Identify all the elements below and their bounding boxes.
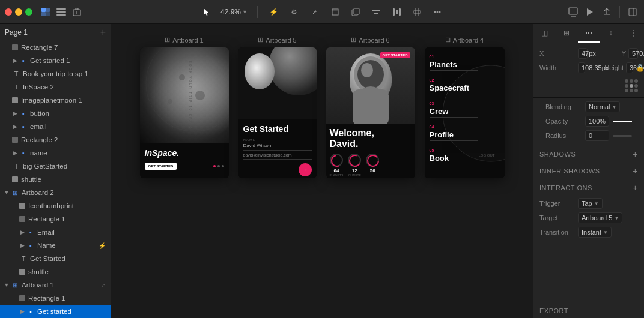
tree-item-big-getstarted[interactable]: T big GetStarted — [0, 160, 111, 173]
radius-label: Radius — [545, 132, 582, 139]
tree-label: Book your trip to sp 1 — [23, 70, 88, 77]
tree-item-get-started-1[interactable]: ▶ ▪ Get started 1 — [0, 54, 111, 67]
tree-item-name-2[interactable]: ▶ ▪ Name ⚡ — [0, 239, 111, 252]
play-btn[interactable] — [583, 5, 597, 19]
artboard-4-container: ⊞ Artboard 4 01 Planets — [425, 36, 505, 178]
add-shadow-button[interactable]: + — [633, 149, 638, 159]
lock-icon[interactable]: 🔒 — [636, 64, 644, 72]
more-tool[interactable] — [431, 5, 444, 19]
tree-item-book[interactable]: T Book your trip to sp 1 — [0, 67, 111, 80]
svg-rect-27 — [629, 8, 636, 16]
artboard-1[interactable]: BOOK YOUR TRIP TO SPACE InSpace. GET STA… — [140, 47, 229, 178]
ab1-cta-btn: GET STARTED — [145, 163, 177, 170]
distribute-tool[interactable] — [410, 5, 424, 19]
inner-shadows-header: INNER SHADOWS + — [533, 163, 644, 179]
zoom-display[interactable]: 42.9% ▼ — [220, 8, 248, 16]
artboard-label-icon: ⊞ — [445, 36, 451, 44]
opacity-input[interactable]: 100% — [585, 116, 609, 127]
export-screens-btn[interactable] — [567, 5, 580, 19]
align-tool-1[interactable] — [369, 5, 383, 19]
opacity-slider[interactable] — [613, 121, 632, 122]
tree-label: Name — [37, 242, 56, 249]
separator-1 — [257, 6, 258, 18]
trigger-dropdown[interactable]: Tap ▼ — [578, 198, 603, 209]
trigger-row: Trigger Tap ▼ — [533, 196, 644, 211]
tree-item-imageplanetmoon[interactable]: Imageplanetmoon 1 — [0, 94, 111, 107]
tree-item-artboard-2[interactable]: ▼ ⊞ Artboard 2 — [0, 186, 111, 199]
add-inner-shadow-button[interactable]: + — [633, 166, 638, 176]
svg-rect-13 — [354, 8, 359, 14]
blending-dropdown[interactable]: Normal ▼ — [585, 101, 620, 112]
align-tool-2[interactable] — [390, 5, 403, 19]
tree-item-artboard-1[interactable]: ▼ ⊞ Artboard 1 ⌂ — [0, 278, 111, 292]
add-interaction-button[interactable]: + — [633, 183, 638, 193]
minimize-button[interactable] — [15, 8, 22, 16]
chevron-down-icon: ▼ — [594, 201, 599, 206]
tree-item-get-started-ab1[interactable]: ▶ ▪ Get started — [0, 305, 111, 318]
tab-arrange[interactable]: ↕ — [600, 24, 622, 43]
lightning-tool[interactable]: ⚡ — [267, 5, 281, 19]
dot-bc — [630, 89, 633, 92]
tab-design[interactable]: ◫ — [533, 24, 556, 43]
artboard-6[interactable]: GET STARTED Welcome, David. — [326, 47, 415, 178]
ab5-name-label: NAME — [243, 138, 312, 142]
copy-tool[interactable] — [349, 5, 362, 19]
svg-point-22 — [434, 11, 436, 13]
ab5-email-value: david@invisionstudio.com — [243, 153, 312, 160]
artboard-label-icon: ⊞ — [258, 36, 263, 44]
height-value[interactable]: 36.04px — [626, 62, 633, 73]
page-header[interactable]: Page 1 + — [0, 24, 111, 41]
svg-point-37 — [361, 63, 373, 77]
artboard-5[interactable]: Get Started NAME David Wilson david@invi… — [238, 47, 317, 178]
artboard-4[interactable]: 01 Planets 02 Spacecraft 03 Crew — [425, 47, 505, 178]
separator-2 — [619, 6, 620, 18]
tree-item-rectangle-1-ab1[interactable]: Rectangle 1 — [0, 292, 111, 305]
radius-input[interactable]: 0 — [585, 130, 609, 141]
panel-toggle[interactable] — [626, 5, 639, 19]
close-button[interactable] — [5, 8, 12, 16]
tab-more[interactable]: ⋮ — [622, 24, 644, 43]
layers-icon[interactable] — [55, 6, 67, 18]
tree-item-iconthumbprint[interactable]: Iconthumbprint — [0, 199, 111, 212]
tree-item-rectangle-1[interactable]: Rectangle 1 — [0, 212, 111, 226]
design-tab-icon: ◫ — [541, 29, 548, 37]
canvas[interactable]: ⊞ Artboard 1 BOOK YOUR TRIP TO SPACE — [111, 24, 533, 318]
tree-item-name[interactable]: ▶ ▪ name — [0, 146, 111, 160]
x-value[interactable]: 47px — [578, 48, 588, 59]
trash-icon[interactable] — [71, 6, 83, 18]
dot-tc — [630, 79, 633, 83]
svg-rect-15 — [374, 13, 378, 14]
svg-point-23 — [436, 11, 438, 13]
tree-item-rectangle-7[interactable]: Rectangle 7 — [0, 41, 111, 54]
dot — [222, 165, 224, 167]
tree-item-get-started-ab2[interactable]: T Get Started — [0, 252, 111, 265]
radius-slider[interactable] — [613, 135, 632, 137]
target-dropdown[interactable]: Artboard 5 ▼ — [578, 212, 622, 223]
chevron-icon: ▶ — [12, 110, 18, 116]
artboard-label-icon: ⊞ — [165, 36, 170, 44]
ab5-action-icon[interactable]: → — [299, 163, 312, 176]
tab-inspect[interactable]: ⋯ — [578, 24, 600, 43]
transition-dropdown[interactable]: Instant ▼ — [578, 227, 612, 238]
tab-layout[interactable]: ⊞ — [556, 24, 578, 43]
folder-icon: ▪ — [26, 228, 35, 236]
tree-item-email-2[interactable]: ▶ ▪ Email — [0, 226, 111, 239]
add-page-button[interactable]: + — [100, 28, 106, 37]
maximize-button[interactable] — [25, 8, 32, 16]
right-panel-tabs: ◫ ⊞ ⋯ ↕ ⋮ — [533, 24, 644, 43]
select-tool[interactable] — [200, 5, 213, 19]
width-value[interactable]: 108.35px — [578, 62, 585, 73]
y-value[interactable]: 570.96px — [628, 48, 638, 59]
settings-tool[interactable]: ⚙ — [288, 5, 301, 19]
tree-item-shuttle-ab1[interactable]: shuttle — [0, 173, 111, 186]
tree-item-rectangle-2[interactable]: Rectangle 2 — [0, 133, 111, 146]
pen-tool[interactable] — [308, 5, 321, 19]
chevron-icon: ▶ — [12, 124, 18, 130]
tree-item-inspace-2[interactable]: T InSpace 2 — [0, 80, 111, 94]
tree-item-shuttle-ab2[interactable]: shuttle — [0, 265, 111, 278]
tree-item-email[interactable]: ▶ ▪ email — [0, 120, 111, 133]
share-btn[interactable] — [600, 5, 613, 19]
tree-item-button[interactable]: ▶ ▪ button — [0, 107, 111, 120]
frame-tool[interactable] — [329, 5, 342, 19]
svg-rect-0 — [41, 8, 46, 12]
